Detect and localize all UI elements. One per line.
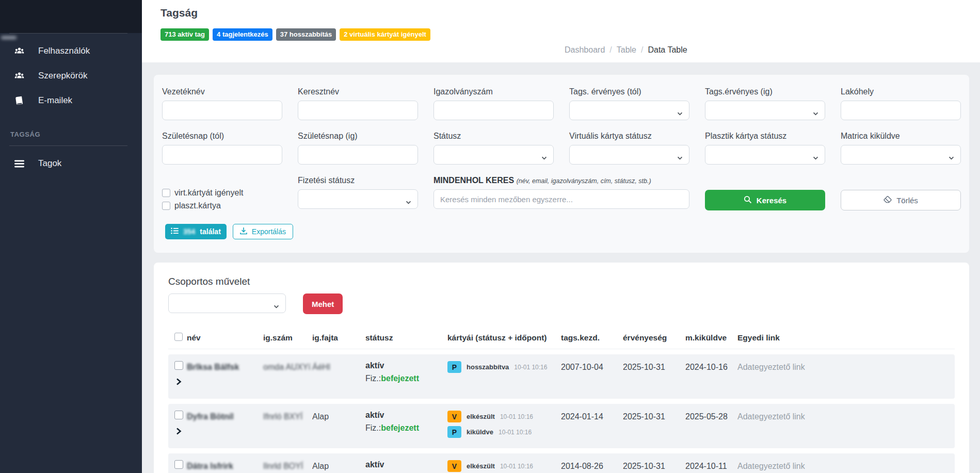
breadcrumb-current: Data Table [648,45,687,55]
menu-icon [13,160,25,168]
search-button[interactable]: Keresés [705,190,825,210]
card-status: hosszabbítva [467,363,509,371]
tags-ervenyes-tol-select[interactable] [569,101,689,120]
virtualis-kartya-statusz-select[interactable] [569,145,689,165]
results-count-button[interactable]: 354 találat [165,224,227,239]
breadcrumb-dashboard[interactable]: Dashboard [565,45,605,55]
logo-blurred [1,36,17,39]
data-reconciliation-link[interactable]: Adategyeztető link [737,361,955,372]
table-row: Dátra Isfrirk Ilnrld BOYÍ Alap aktív Fiz… [168,453,955,473]
data-reconciliation-link[interactable]: Adategyeztető link [737,460,955,471]
filter-field-szuletesnap-ig: Születésnap (ig) [298,132,418,165]
sidebar-item-szerepkorok[interactable]: Szerepkörök [0,63,142,88]
global-search-group: MINDENHOL KERES (név, email, igazolványs… [433,176,689,209]
szuletesnap-ig-input[interactable] [298,145,418,165]
status-value: aktív [365,460,447,469]
card-type-badge: V [447,411,461,422]
badge-active-members: 713 aktív tag [160,28,209,41]
row-checkbox[interactable] [174,460,183,469]
select-all-checkbox[interactable] [174,333,183,341]
sticker-sent-date: 2025-05-28 [685,411,737,421]
filter-field-plasztik-kartya-statusz: Plasztik kártya státusz [705,132,825,165]
lakohely-input[interactable] [841,101,961,120]
results-count-obscured: 354 [183,227,195,236]
matrica-kikuldve-select[interactable] [841,145,961,165]
col-header-egyedi-link: Egyedi link [737,333,955,342]
member-name: Dátra Isfrirk [187,460,263,471]
plaszt-kartya-checkbox[interactable] [162,202,170,210]
sidebar-item-felhasznalok[interactable]: Felhasználók [0,39,142,63]
member-cards: V elkészült 10-01 10:16 P kiküldve 10-01… [447,411,561,442]
search-label-hint: (név, email, igazolványszám, cím, státus… [517,177,651,185]
payment-status: befejezett [381,374,419,383]
filter-row-2: Születésnap (tól) Születésnap (ig) Státu… [162,132,961,165]
field-label: Státusz [433,132,554,141]
results-suffix: találat [200,227,220,236]
go-button[interactable]: Mehet [303,293,343,314]
filter-field-virtualis-kartya-statusz: Virtuális kártya státusz [569,132,689,165]
filter-field-matrica-kikuldve: Matrica kiküldve [841,132,961,165]
sidebar-item-label: Tagok [38,158,61,169]
card-timestamp: 10-01 10:16 [514,364,547,371]
card-type-badge: V [447,460,461,472]
sidebar-item-label: Felhasználók [38,46,90,56]
bulk-action-select[interactable] [168,293,286,313]
download-icon [240,227,247,236]
plaszt-kartya-option[interactable]: plaszt.kártya [162,201,282,210]
statusz-select[interactable] [433,145,554,165]
status-value: aktív [365,361,447,370]
igazolvanyszam-input[interactable] [433,101,554,120]
card-status: kiküldve [467,428,493,436]
card-status: elkészült [467,462,495,470]
vezeteknev-input[interactable] [162,101,282,120]
status-badges: 713 aktív tag 4 tagjelentkezés 37 hossza… [160,28,430,41]
col-header-ervenyeseg: érvényeség [623,333,685,342]
tags-ervenyes-ig-select[interactable] [705,101,825,120]
expand-row-button[interactable] [174,378,183,387]
checkbox-label: virt.kártyát igényelt [174,188,243,198]
validity-date: 2025-10-31 [623,361,685,372]
filter-row-3: virt.kártyát igényelt plaszt.kártya Fize… [162,176,961,210]
szuletesnap-tol-input[interactable] [162,145,282,165]
keresztnev-input[interactable] [298,101,418,120]
breadcrumb-separator: / [609,45,612,55]
payment-status: befejezett [381,423,419,432]
member-id-type: ÁéHl [312,361,365,372]
table-header-row: név ig.szám ig.fajta státusz kártyái (st… [168,328,955,349]
filter-row-1: Vezetéknév Keresztnév Igazolványszám Tag… [162,87,961,120]
logo-area [0,0,142,33]
member-id-type: Alap [312,411,365,421]
field-label: Tags.érvényes (ig) [705,87,825,96]
sidebar-section-label: TAGSÁG [10,131,142,138]
fizetesi-statusz-select[interactable] [298,189,418,209]
field-label: Fizetési státusz [298,176,418,185]
eraser-icon [883,196,892,205]
field-label: Virtuális kártya státusz [569,132,689,141]
global-search-input[interactable] [433,189,689,209]
clear-button[interactable]: Törlés [841,190,961,210]
filter-field-szuletesnap-tol: Születésnap (tól) [162,132,282,165]
export-button[interactable]: Exportálás [233,224,293,239]
col-header-mkikuldve: m.kiküldve [685,333,737,342]
row-checkbox[interactable] [174,411,183,419]
sidebar-nav: Felhasználók Szerepkörök E-mailek [0,34,142,113]
sidebar-item-tagok[interactable]: Tagok [0,151,142,176]
filter-checkboxes: virt.kártyát igényelt plaszt.kártya [162,188,282,210]
virt-kartyat-igenyelt-option[interactable]: virt.kártyát igényelt [162,188,282,198]
sidebar: Felhasználók Szerepkörök E-mailek TAGSÁG [0,0,142,473]
membership-start-date: 2024-01-14 [561,411,623,421]
row-checkbox[interactable] [174,361,183,370]
expand-row-button[interactable] [174,428,183,436]
status-value: aktív [365,411,447,420]
topbar: Tagság 713 aktív tag 4 tagjelentkezés 37… [142,0,980,62]
plasztik-kartya-statusz-select[interactable] [705,145,825,165]
virt-kartyat-igenyelt-checkbox[interactable] [162,189,170,197]
member-status: aktív Fiz.:befejezett [365,411,447,433]
field-label: Igazolványszám [433,87,554,96]
sidebar-item-emailek[interactable]: E-mailek [0,88,142,113]
payment-prefix: Fiz.: [365,423,381,432]
breadcrumb-table[interactable]: Table [617,45,636,55]
data-reconciliation-link[interactable]: Adategyeztető link [737,411,955,421]
table-row: Brlksa Bálfsk omda AUXYí ÁéHl aktív Fiz.… [168,354,955,399]
member-status: aktív Fiz.:befejezett [365,361,447,383]
